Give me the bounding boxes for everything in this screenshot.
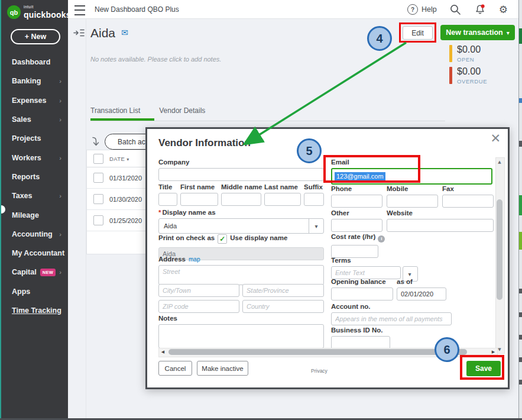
sidebar-item[interactable]: Apps [1,282,68,301]
sidebar-item-label: Mileage [12,211,39,219]
sidebar-item[interactable]: Capital NEW [1,263,68,282]
new-transaction-button[interactable]: New transaction [440,25,515,40]
other-label: Other [331,209,382,217]
save-button[interactable]: Save [466,361,501,376]
as-of-label: as of [397,278,446,285]
company-field[interactable] [158,168,324,181]
last-name-field[interactable] [264,193,301,206]
mobile-label: Mobile [387,185,438,192]
business-id-field[interactable] [331,336,390,349]
topbar: New Dashboard QBO Plus ? Help ⚙ [68,0,518,19]
close-icon[interactable]: ✕ [490,131,501,146]
website-field[interactable] [387,219,494,232]
sidebar-item[interactable]: Mileage [1,205,68,224]
suffix-label: Suffix [304,183,324,190]
mobile-field[interactable] [387,195,438,208]
make-inactive-button[interactable]: Make inactive [197,361,248,376]
sidebar-item[interactable]: Reports [1,167,68,186]
state-field[interactable] [242,284,324,297]
row-checkbox[interactable] [93,194,103,204]
dialog-title: Vendor Information [158,137,251,149]
sidebar-item[interactable]: Banking [1,72,68,91]
other-field[interactable] [331,219,382,232]
notes-label: Notes [158,315,324,322]
first-name-field[interactable] [180,193,218,206]
new-button[interactable]: + New [11,29,60,44]
open-bar [449,45,452,62]
sidebar-item[interactable]: Projects [1,129,68,148]
scroll-left-icon[interactable]: ◀ [159,348,167,356]
scroll-up-icon[interactable]: ▲ [496,158,503,166]
sidebar-item[interactable]: Dashboard [1,53,68,72]
privacy-link[interactable]: Privacy [311,368,328,374]
sidebar-item-label: Time Tracking [12,306,61,315]
cost-rate-field[interactable] [331,245,378,258]
chevron-down-icon [507,28,510,37]
fax-field[interactable] [442,195,494,208]
sidebar-item[interactable]: Expenses [1,91,68,110]
sidebar-item[interactable]: Workers [1,148,68,167]
collapse-panel-icon[interactable] [73,28,85,37]
notes-field[interactable] [158,324,324,348]
terms-field[interactable] [331,266,401,279]
use-display-name-label: Use display name [230,234,287,241]
title-field[interactable] [158,193,177,206]
zip-field[interactable] [158,300,239,313]
address-label: Addressmap [158,256,324,263]
quickbooks-logo[interactable]: qb intuit quickbooks [7,5,71,20]
suffix-field[interactable] [304,193,324,206]
phone-field[interactable] [331,195,382,208]
checkbox-checked-icon[interactable] [218,234,227,244]
select-all-checkbox[interactable] [93,154,103,164]
street-field[interactable] [158,265,324,285]
sidebar-item[interactable]: Time Tracking [1,301,68,320]
sidebar-item[interactable]: Sales [1,110,68,129]
gear-icon[interactable]: ⚙ [499,4,508,15]
notifications-bell-icon[interactable] [474,4,486,15]
sidebar-item[interactable]: Taxes [1,186,68,205]
city-field[interactable] [158,284,239,297]
sidebar-item-label: Reports [12,173,40,181]
first-name-label: First name [180,183,218,190]
notes-hint[interactable]: No notes available. Please click to add … [90,56,221,63]
sort-filter-icon[interactable] [90,136,99,147]
cropped-content-sliver [518,0,522,420]
hamburger-menu-icon[interactable] [74,5,85,15]
cancel-button[interactable]: Cancel [158,361,192,376]
row-checkbox[interactable] [93,173,103,183]
edit-button[interactable]: Edit [403,26,433,40]
scroll-right-icon[interactable]: ▶ [489,348,497,356]
step-6-marker: 6 [435,337,459,362]
fax-label: Fax [442,185,494,192]
info-icon[interactable] [378,235,385,243]
help-icon: ? [407,4,418,15]
middle-name-field[interactable] [221,193,261,206]
opening-balance-field[interactable] [331,287,393,301]
row-checkbox[interactable] [93,215,103,225]
sidebar-item-label: Dashboard [12,58,50,66]
map-link[interactable]: map [189,256,200,263]
chevron-down-icon[interactable] [309,219,323,233]
as-of-date-field[interactable] [397,287,446,301]
required-asterisk: * [158,209,161,216]
horizontal-scroll-thumb[interactable] [168,349,467,355]
search-icon[interactable] [450,4,461,15]
qb-monogram-icon: qb [7,5,21,19]
date-column-header[interactable]: DATE [109,156,129,162]
country-field[interactable] [242,300,324,313]
opening-balance-label: Opening balance [331,278,393,285]
brand-intuit-label: intuit [24,5,71,9]
email-envelope-icon[interactable]: ✉ [121,28,128,37]
help-button[interactable]: ? Help [407,4,437,15]
vertical-scrollbar[interactable]: ▲ ▼ [495,157,505,354]
selected-email-text: 123@gmail.com [335,172,385,180]
email-field[interactable]: 123@gmail.com [331,168,492,185]
vertical-scroll-thumb[interactable] [497,199,502,300]
sidebar-item-label: My Accountant [12,249,64,257]
email-label: Email [331,159,492,166]
transaction-date: 01/25/2020 [109,217,142,224]
account-no-field[interactable] [331,312,452,325]
sidebar-item[interactable]: Accounting [1,225,68,244]
sidebar-item-label: Expenses [12,96,46,105]
sidebar-item[interactable]: My Accountant [1,244,68,263]
